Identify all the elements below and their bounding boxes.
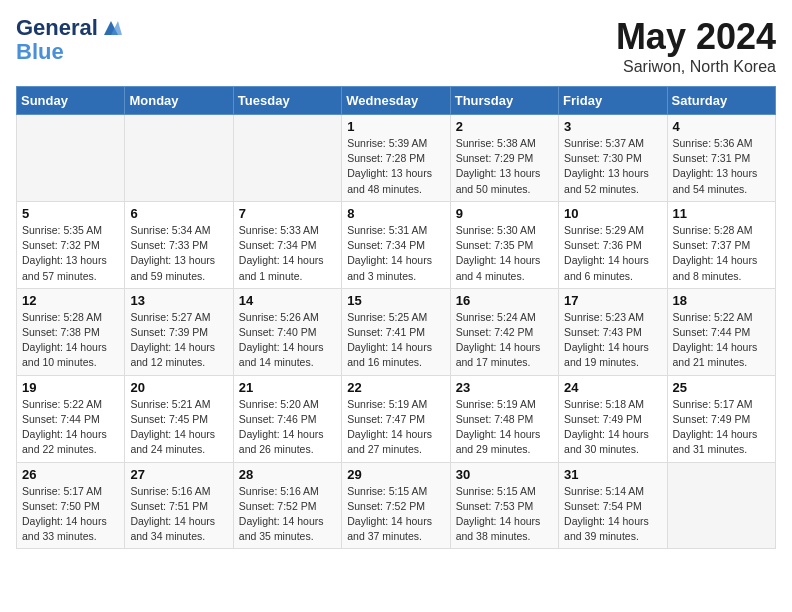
main-title: May 2024 — [616, 16, 776, 58]
day-number: 11 — [673, 206, 770, 221]
day-cell: 14Sunrise: 5:26 AMSunset: 7:40 PMDayligh… — [233, 288, 341, 375]
day-cell: 8Sunrise: 5:31 AMSunset: 7:34 PMDaylight… — [342, 201, 450, 288]
day-number: 7 — [239, 206, 336, 221]
day-cell: 2Sunrise: 5:38 AMSunset: 7:29 PMDaylight… — [450, 115, 558, 202]
day-number: 29 — [347, 467, 444, 482]
day-info: Sunrise: 5:16 AMSunset: 7:52 PMDaylight:… — [239, 484, 336, 545]
day-cell: 23Sunrise: 5:19 AMSunset: 7:48 PMDayligh… — [450, 375, 558, 462]
day-number: 6 — [130, 206, 227, 221]
day-number: 18 — [673, 293, 770, 308]
day-cell: 6Sunrise: 5:34 AMSunset: 7:33 PMDaylight… — [125, 201, 233, 288]
day-info: Sunrise: 5:17 AMSunset: 7:50 PMDaylight:… — [22, 484, 119, 545]
day-number: 20 — [130, 380, 227, 395]
day-number: 26 — [22, 467, 119, 482]
day-number: 2 — [456, 119, 553, 134]
day-info: Sunrise: 5:27 AMSunset: 7:39 PMDaylight:… — [130, 310, 227, 371]
day-info: Sunrise: 5:31 AMSunset: 7:34 PMDaylight:… — [347, 223, 444, 284]
day-info: Sunrise: 5:25 AMSunset: 7:41 PMDaylight:… — [347, 310, 444, 371]
day-number: 21 — [239, 380, 336, 395]
col-header-wednesday: Wednesday — [342, 87, 450, 115]
day-cell: 20Sunrise: 5:21 AMSunset: 7:45 PMDayligh… — [125, 375, 233, 462]
col-header-sunday: Sunday — [17, 87, 125, 115]
day-info: Sunrise: 5:22 AMSunset: 7:44 PMDaylight:… — [673, 310, 770, 371]
day-cell: 22Sunrise: 5:19 AMSunset: 7:47 PMDayligh… — [342, 375, 450, 462]
day-cell: 26Sunrise: 5:17 AMSunset: 7:50 PMDayligh… — [17, 462, 125, 549]
day-info: Sunrise: 5:23 AMSunset: 7:43 PMDaylight:… — [564, 310, 661, 371]
day-info: Sunrise: 5:21 AMSunset: 7:45 PMDaylight:… — [130, 397, 227, 458]
col-header-thursday: Thursday — [450, 87, 558, 115]
day-cell: 21Sunrise: 5:20 AMSunset: 7:46 PMDayligh… — [233, 375, 341, 462]
col-header-tuesday: Tuesday — [233, 87, 341, 115]
day-info: Sunrise: 5:29 AMSunset: 7:36 PMDaylight:… — [564, 223, 661, 284]
day-number: 8 — [347, 206, 444, 221]
day-info: Sunrise: 5:19 AMSunset: 7:48 PMDaylight:… — [456, 397, 553, 458]
day-info: Sunrise: 5:28 AMSunset: 7:37 PMDaylight:… — [673, 223, 770, 284]
day-number: 1 — [347, 119, 444, 134]
week-row-5: 26Sunrise: 5:17 AMSunset: 7:50 PMDayligh… — [17, 462, 776, 549]
day-cell: 29Sunrise: 5:15 AMSunset: 7:52 PMDayligh… — [342, 462, 450, 549]
day-number: 14 — [239, 293, 336, 308]
day-cell: 5Sunrise: 5:35 AMSunset: 7:32 PMDaylight… — [17, 201, 125, 288]
day-cell: 19Sunrise: 5:22 AMSunset: 7:44 PMDayligh… — [17, 375, 125, 462]
day-number: 9 — [456, 206, 553, 221]
week-row-3: 12Sunrise: 5:28 AMSunset: 7:38 PMDayligh… — [17, 288, 776, 375]
day-number: 3 — [564, 119, 661, 134]
day-info: Sunrise: 5:26 AMSunset: 7:40 PMDaylight:… — [239, 310, 336, 371]
day-cell: 28Sunrise: 5:16 AMSunset: 7:52 PMDayligh… — [233, 462, 341, 549]
day-cell: 30Sunrise: 5:15 AMSunset: 7:53 PMDayligh… — [450, 462, 558, 549]
day-info: Sunrise: 5:28 AMSunset: 7:38 PMDaylight:… — [22, 310, 119, 371]
day-cell: 31Sunrise: 5:14 AMSunset: 7:54 PMDayligh… — [559, 462, 667, 549]
day-cell — [233, 115, 341, 202]
day-info: Sunrise: 5:38 AMSunset: 7:29 PMDaylight:… — [456, 136, 553, 197]
day-info: Sunrise: 5:16 AMSunset: 7:51 PMDaylight:… — [130, 484, 227, 545]
day-cell: 18Sunrise: 5:22 AMSunset: 7:44 PMDayligh… — [667, 288, 775, 375]
day-info: Sunrise: 5:37 AMSunset: 7:30 PMDaylight:… — [564, 136, 661, 197]
day-number: 13 — [130, 293, 227, 308]
day-info: Sunrise: 5:34 AMSunset: 7:33 PMDaylight:… — [130, 223, 227, 284]
day-number: 28 — [239, 467, 336, 482]
day-cell: 24Sunrise: 5:18 AMSunset: 7:49 PMDayligh… — [559, 375, 667, 462]
day-cell: 3Sunrise: 5:37 AMSunset: 7:30 PMDaylight… — [559, 115, 667, 202]
logo-icon — [100, 17, 122, 39]
day-number: 31 — [564, 467, 661, 482]
day-info: Sunrise: 5:18 AMSunset: 7:49 PMDaylight:… — [564, 397, 661, 458]
day-info: Sunrise: 5:19 AMSunset: 7:47 PMDaylight:… — [347, 397, 444, 458]
day-cell: 10Sunrise: 5:29 AMSunset: 7:36 PMDayligh… — [559, 201, 667, 288]
day-info: Sunrise: 5:15 AMSunset: 7:52 PMDaylight:… — [347, 484, 444, 545]
week-row-1: 1Sunrise: 5:39 AMSunset: 7:28 PMDaylight… — [17, 115, 776, 202]
day-cell: 11Sunrise: 5:28 AMSunset: 7:37 PMDayligh… — [667, 201, 775, 288]
day-info: Sunrise: 5:33 AMSunset: 7:34 PMDaylight:… — [239, 223, 336, 284]
day-number: 23 — [456, 380, 553, 395]
page: General Blue May 2024 Sariwon, North Kor… — [0, 0, 792, 565]
day-info: Sunrise: 5:24 AMSunset: 7:42 PMDaylight:… — [456, 310, 553, 371]
day-info: Sunrise: 5:35 AMSunset: 7:32 PMDaylight:… — [22, 223, 119, 284]
logo: General Blue — [16, 16, 122, 64]
col-header-friday: Friday — [559, 87, 667, 115]
day-number: 12 — [22, 293, 119, 308]
subtitle: Sariwon, North Korea — [616, 58, 776, 76]
day-number: 17 — [564, 293, 661, 308]
day-number: 4 — [673, 119, 770, 134]
day-cell — [17, 115, 125, 202]
day-number: 25 — [673, 380, 770, 395]
day-number: 22 — [347, 380, 444, 395]
day-cell: 25Sunrise: 5:17 AMSunset: 7:49 PMDayligh… — [667, 375, 775, 462]
day-cell: 12Sunrise: 5:28 AMSunset: 7:38 PMDayligh… — [17, 288, 125, 375]
day-number: 16 — [456, 293, 553, 308]
day-number: 30 — [456, 467, 553, 482]
day-cell: 7Sunrise: 5:33 AMSunset: 7:34 PMDaylight… — [233, 201, 341, 288]
calendar-table: SundayMondayTuesdayWednesdayThursdayFrid… — [16, 86, 776, 549]
day-info: Sunrise: 5:39 AMSunset: 7:28 PMDaylight:… — [347, 136, 444, 197]
day-cell: 27Sunrise: 5:16 AMSunset: 7:51 PMDayligh… — [125, 462, 233, 549]
day-cell: 13Sunrise: 5:27 AMSunset: 7:39 PMDayligh… — [125, 288, 233, 375]
day-number: 15 — [347, 293, 444, 308]
day-number: 5 — [22, 206, 119, 221]
day-cell: 9Sunrise: 5:30 AMSunset: 7:35 PMDaylight… — [450, 201, 558, 288]
day-info: Sunrise: 5:20 AMSunset: 7:46 PMDaylight:… — [239, 397, 336, 458]
day-cell: 16Sunrise: 5:24 AMSunset: 7:42 PMDayligh… — [450, 288, 558, 375]
header: General Blue May 2024 Sariwon, North Kor… — [16, 16, 776, 76]
day-info: Sunrise: 5:36 AMSunset: 7:31 PMDaylight:… — [673, 136, 770, 197]
day-info: Sunrise: 5:17 AMSunset: 7:49 PMDaylight:… — [673, 397, 770, 458]
day-info: Sunrise: 5:14 AMSunset: 7:54 PMDaylight:… — [564, 484, 661, 545]
col-header-saturday: Saturday — [667, 87, 775, 115]
